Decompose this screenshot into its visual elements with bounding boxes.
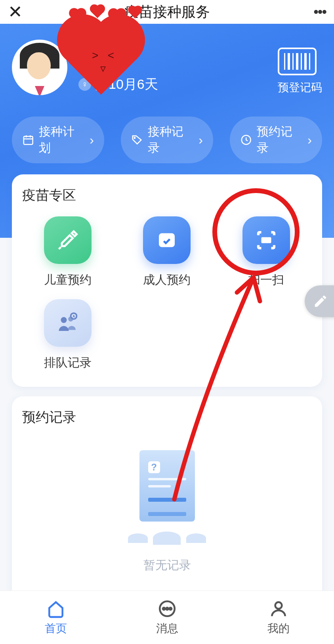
pencil-icon bbox=[313, 294, 328, 309]
barcode-label: 预登记码 bbox=[278, 80, 322, 95]
calendar-icon bbox=[22, 134, 34, 146]
svg-point-12 bbox=[275, 602, 282, 609]
svg-rect-3 bbox=[159, 233, 175, 247]
vaccination-record-button[interactable]: 接种记录 › bbox=[121, 117, 213, 163]
floating-edit-button[interactable] bbox=[305, 285, 334, 317]
calendar-check-icon bbox=[143, 216, 191, 264]
nav-mine[interactable]: 我的 bbox=[223, 591, 334, 644]
user-age-row: ♀ 岁10月6天 bbox=[78, 75, 158, 94]
profile-icon bbox=[269, 599, 288, 619]
chevron-right-icon: › bbox=[307, 133, 312, 147]
action-pills-row: 接种计划 › 接种记录 › 预约记录 › bbox=[12, 117, 322, 163]
avatar[interactable] bbox=[12, 40, 67, 95]
scan-button[interactable]: 扫一扫 bbox=[221, 216, 312, 288]
home-icon bbox=[46, 599, 66, 619]
barcode-icon bbox=[278, 48, 317, 75]
records-title: 预约记录 bbox=[22, 408, 312, 426]
svg-point-5 bbox=[61, 317, 67, 323]
nav-home[interactable]: 首页 bbox=[0, 591, 111, 644]
more-icon[interactable]: ••• bbox=[313, 4, 326, 20]
title-bar: ✕ 疫苗接种服务 ••• bbox=[0, 0, 334, 24]
chevron-right-icon: › bbox=[90, 133, 94, 147]
content: 疫苗专区 儿童预约 成人预约 扫一扫 bbox=[0, 174, 334, 610]
add-person-button[interactable]: + 添加 bbox=[78, 44, 128, 66]
user-block: + 添加 ♀ 岁10月6天 bbox=[12, 40, 322, 95]
scan-icon bbox=[242, 216, 290, 264]
user-age-text: 岁10月6天 bbox=[95, 75, 158, 94]
clock-icon bbox=[240, 134, 252, 146]
svg-point-9 bbox=[162, 608, 164, 610]
empty-text: 暂无记录 bbox=[22, 557, 312, 573]
appointment-record-button[interactable]: 预约记录 › bbox=[230, 117, 322, 163]
svg-point-1 bbox=[134, 138, 136, 139]
syringe-icon bbox=[44, 216, 92, 264]
barcode-button[interactable]: 预登记码 bbox=[278, 48, 322, 95]
svg-point-11 bbox=[169, 608, 171, 610]
messages-icon bbox=[157, 599, 177, 619]
bottom-nav: 首页 消息 我的 bbox=[0, 590, 334, 644]
svg-point-10 bbox=[166, 608, 168, 610]
nav-messages[interactable]: 消息 bbox=[111, 591, 223, 644]
queue-record-button[interactable]: 排队记录 bbox=[22, 299, 113, 371]
vaccine-zone-card: 疫苗专区 儿童预约 成人预约 扫一扫 bbox=[12, 174, 322, 387]
vaccination-plan-button[interactable]: 接种计划 › bbox=[12, 117, 104, 163]
chevron-right-icon: › bbox=[198, 133, 203, 147]
tag-icon bbox=[131, 134, 143, 146]
gender-icon: ♀ bbox=[78, 78, 91, 91]
empty-state: ? 暂无记录 bbox=[22, 438, 312, 581]
empty-document-icon: ? bbox=[124, 450, 211, 541]
svg-rect-0 bbox=[24, 136, 33, 144]
close-icon[interactable]: ✕ bbox=[8, 3, 23, 21]
page-title: 疫苗接种服务 bbox=[124, 2, 210, 22]
queue-icon bbox=[44, 299, 92, 347]
child-appointment-button[interactable]: 儿童预约 bbox=[22, 216, 113, 288]
vaccine-zone-title: 疫苗专区 bbox=[22, 186, 312, 204]
svg-rect-4 bbox=[261, 237, 271, 243]
appointment-records-card: 预约记录 ? 暂无记录 bbox=[12, 396, 322, 610]
adult-appointment-button[interactable]: 成人预约 bbox=[121, 216, 212, 288]
